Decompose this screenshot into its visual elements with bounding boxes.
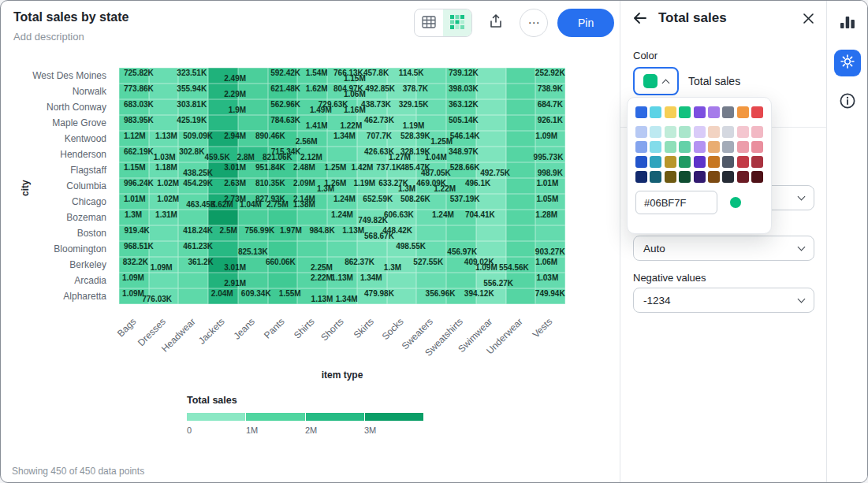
palette-swatch[interactable] — [694, 106, 706, 118]
hex-color-input[interactable]: #06BF7F — [635, 191, 717, 214]
palette-swatch[interactable] — [679, 156, 691, 168]
palette-swatch[interactable] — [635, 126, 647, 138]
palette-swatch[interactable] — [650, 126, 661, 138]
palette-swatch[interactable] — [665, 106, 676, 118]
heatmap-cell[interactable] — [506, 84, 536, 99]
heatmap-cell[interactable] — [238, 115, 268, 131]
heatmap-cell[interactable] — [535, 225, 565, 241]
palette-swatch[interactable] — [665, 126, 676, 138]
palette-swatch[interactable] — [737, 141, 749, 153]
heatmap-cell[interactable] — [506, 131, 536, 147]
palette-swatch[interactable] — [722, 171, 734, 183]
heatmap-view-button[interactable] — [443, 9, 471, 37]
heatmap-cell[interactable] — [476, 84, 506, 99]
palette-swatch[interactable] — [679, 126, 691, 138]
palette-swatch[interactable] — [708, 141, 720, 153]
palette-swatch[interactable] — [694, 126, 706, 138]
palette-swatch[interactable] — [751, 126, 763, 138]
heatmap-cell[interactable] — [208, 115, 238, 131]
palette-swatch[interactable] — [665, 141, 676, 153]
heatmap-cell[interactable] — [506, 115, 536, 131]
heatmap-cell[interactable] — [506, 178, 536, 194]
palette-swatch[interactable] — [708, 156, 720, 168]
heatmap-cell[interactable] — [178, 288, 208, 304]
palette-swatch[interactable] — [635, 141, 647, 153]
table-view-button[interactable] — [415, 9, 443, 37]
heatmap-cell[interactable] — [178, 273, 208, 288]
color-swatch-button[interactable] — [633, 67, 679, 95]
heatmap-cell[interactable] — [268, 241, 298, 257]
heatmap-cell[interactable] — [446, 225, 476, 241]
palette-swatch[interactable] — [722, 106, 734, 118]
chart-config-button[interactable] — [834, 10, 861, 37]
palette-swatch[interactable] — [722, 141, 734, 153]
palette-swatch[interactable] — [679, 106, 691, 118]
palette-swatch[interactable] — [694, 156, 706, 168]
heatmap-cell[interactable] — [476, 194, 506, 210]
auto-dropdown[interactable]: Auto — [633, 236, 814, 261]
share-button[interactable] — [482, 9, 510, 37]
heatmap-cell[interactable] — [327, 241, 357, 257]
heatmap-cell[interactable] — [506, 225, 536, 241]
heatmap-cell[interactable] — [208, 210, 238, 225]
heatmap-cell[interactable] — [297, 241, 327, 257]
heatmap-cell[interactable] — [476, 147, 506, 162]
back-button[interactable] — [633, 12, 647, 24]
heatmap-cell[interactable] — [506, 241, 536, 257]
palette-swatch[interactable] — [751, 106, 763, 118]
heatmap-cell[interactable] — [506, 68, 536, 84]
palette-swatch[interactable] — [694, 171, 706, 183]
heatmap-cell[interactable] — [416, 225, 446, 241]
palette-swatch[interactable] — [708, 126, 720, 138]
palette-swatch[interactable] — [751, 141, 763, 153]
palette-swatch[interactable] — [694, 141, 706, 153]
palette-swatch[interactable] — [679, 171, 691, 183]
palette-swatch[interactable] — [737, 106, 749, 118]
add-description[interactable]: Add description — [13, 31, 84, 43]
heatmap-cell[interactable] — [387, 273, 417, 288]
palette-swatch[interactable] — [722, 156, 734, 168]
heatmap-cell[interactable] — [149, 273, 179, 288]
heatmap-cell[interactable] — [476, 241, 506, 257]
palette-swatch[interactable] — [665, 171, 676, 183]
heatmap-cell[interactable] — [506, 99, 536, 115]
palette-swatch[interactable] — [737, 156, 749, 168]
palette-swatch[interactable] — [650, 141, 661, 153]
heatmap-cell[interactable] — [476, 99, 506, 115]
heatmap-cell[interactable] — [297, 210, 327, 225]
palette-swatch[interactable] — [650, 106, 661, 118]
heatmap-cell[interactable] — [268, 210, 298, 225]
heatmap-cell[interactable] — [178, 210, 208, 225]
heatmap-cell[interactable] — [476, 68, 506, 84]
heatmap-cell[interactable] — [476, 115, 506, 131]
info-button[interactable] — [834, 89, 861, 116]
palette-swatch[interactable] — [751, 171, 763, 183]
palette-swatch[interactable] — [665, 156, 676, 168]
palette-swatch[interactable] — [679, 141, 691, 153]
palette-swatch[interactable] — [635, 171, 647, 183]
palette-swatch[interactable] — [635, 106, 647, 118]
heatmap-cell[interactable] — [268, 273, 298, 288]
heatmap-cell[interactable] — [416, 273, 446, 288]
negative-values-dropdown[interactable]: -1234 — [633, 288, 814, 313]
heatmap-cell[interactable] — [506, 210, 536, 225]
heatmap-cell[interactable] — [476, 225, 506, 241]
palette-swatch[interactable] — [751, 156, 763, 168]
palette-swatch[interactable] — [650, 156, 661, 168]
palette-swatch[interactable] — [722, 126, 734, 138]
pin-button[interactable]: Pin — [557, 9, 614, 37]
heatmap-cell[interactable] — [357, 241, 387, 257]
palette-swatch[interactable] — [708, 106, 720, 118]
close-button[interactable] — [803, 13, 814, 24]
heatmap-cell[interactable] — [149, 225, 179, 241]
settings-button[interactable] — [834, 50, 861, 76]
heatmap-cell[interactable] — [327, 147, 357, 162]
heatmap-cell[interactable] — [506, 147, 536, 162]
heatmap-cell[interactable] — [446, 273, 476, 288]
palette-swatch[interactable] — [650, 171, 661, 183]
heatmap-cell[interactable] — [506, 194, 536, 210]
palette-swatch[interactable] — [737, 171, 749, 183]
more-button[interactable]: ⋯ — [520, 9, 548, 37]
palette-swatch[interactable] — [708, 171, 720, 183]
heatmap-cell[interactable] — [506, 288, 536, 304]
